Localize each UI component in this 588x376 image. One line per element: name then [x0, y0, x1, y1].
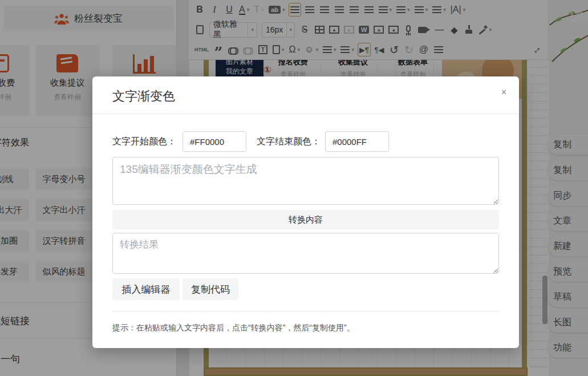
end-color-input[interactable] [325, 131, 389, 152]
end-color-label: 文字结束颜色： [257, 136, 321, 148]
start-color-input[interactable] [183, 131, 246, 152]
source-text-area[interactable] [112, 157, 499, 205]
text-gradient-dialog: 文字渐变色 × 文字开始颜色： 文字结束颜色： 转换内容 插入编辑器 复制代码 … [92, 76, 519, 348]
page: 粉丝裂变宝 报名收费 查看样例 收集提议 查看样例 数据表单 查看样例 字符效果… [0, 0, 588, 376]
copy-code-button[interactable]: 复制代码 [183, 278, 238, 300]
divider [92, 114, 519, 114]
close-icon[interactable]: × [501, 88, 506, 97]
dialog-title: 文字渐变色 [112, 88, 175, 105]
dialog-tip-text: 提示：在粘贴或输入文字内容后，点击“转换内容”，然后“复制使用”。 [112, 323, 355, 333]
result-text-area[interactable] [112, 233, 499, 274]
divider [112, 311, 499, 312]
start-color-label: 文字开始颜色： [112, 136, 176, 148]
insert-editor-button[interactable]: 插入编辑器 [112, 278, 180, 300]
convert-content-button[interactable]: 转换内容 [112, 210, 499, 229]
